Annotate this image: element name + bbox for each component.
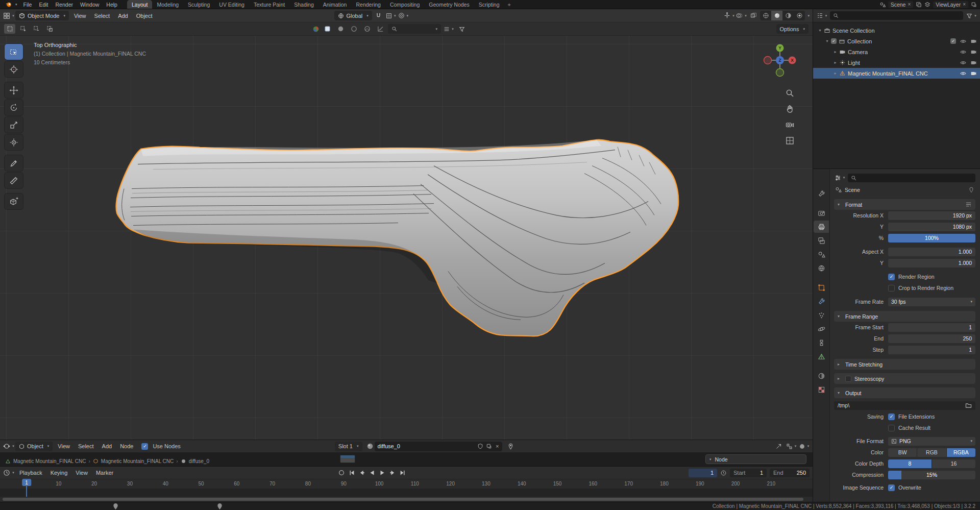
tool-list-dropdown[interactable]: ▾ bbox=[443, 24, 454, 34]
tab-material[interactable] bbox=[814, 370, 829, 382]
hide-eye-icon[interactable] bbox=[960, 38, 967, 44]
transform-orientation-dropdown[interactable]: Global ▾ bbox=[334, 11, 372, 20]
workspace-tab[interactable]: Modeling bbox=[152, 0, 183, 9]
scene-selector[interactable]: Scene × bbox=[888, 1, 914, 8]
jump-to-end-button[interactable] bbox=[399, 469, 406, 476]
material-name-field[interactable]: diffuse_0 × bbox=[375, 442, 502, 451]
timeline-ruler[interactable]: 1102030405060708090100110120130140150160… bbox=[0, 479, 813, 489]
tab-tool[interactable] bbox=[814, 187, 829, 200]
timeline-editor-type-button[interactable]: ▾ bbox=[3, 468, 14, 478]
add-workspace-button[interactable]: + bbox=[504, 0, 514, 9]
topbar-menu[interactable]: Help bbox=[103, 0, 121, 9]
workspace-tab[interactable]: Animation bbox=[318, 0, 352, 9]
folder-icon[interactable] bbox=[965, 403, 972, 408]
unlink-scene-icon[interactable]: × bbox=[908, 2, 911, 7]
current-frame-field[interactable]: 1 bbox=[689, 469, 717, 477]
aspect-x-field[interactable]: 1.000 bbox=[888, 248, 975, 256]
shader-menu[interactable]: Node bbox=[116, 442, 137, 450]
node-sidebar-panel[interactable]: ▾ Node bbox=[705, 454, 806, 464]
filter-button[interactable] bbox=[456, 24, 468, 34]
material-slot-button[interactable] bbox=[322, 24, 333, 34]
snap-toggle[interactable] bbox=[373, 11, 384, 20]
frame-step-field[interactable]: 1 bbox=[888, 346, 975, 354]
topbar-menu[interactable]: Window bbox=[77, 0, 103, 9]
browse-scene-icon[interactable] bbox=[879, 2, 886, 8]
tab-texture[interactable] bbox=[814, 383, 829, 396]
outliner-filter-button[interactable]: ▾ bbox=[966, 11, 977, 20]
next-keyframe-button[interactable] bbox=[389, 469, 396, 476]
properties-editor-type-button[interactable]: ▾ bbox=[834, 173, 845, 183]
timeline-menu[interactable]: Marker bbox=[92, 469, 117, 477]
timeline-scrollbar[interactable] bbox=[0, 497, 813, 502]
disable-render-camera-icon[interactable] bbox=[970, 38, 977, 44]
playhead[interactable]: 1 bbox=[22, 479, 31, 486]
disclosure-icon[interactable]: ▸ bbox=[831, 60, 839, 65]
workspace-tab[interactable]: Layout bbox=[127, 0, 153, 9]
camera-view-icon[interactable] bbox=[786, 120, 794, 129]
workspace-tab[interactable]: Compositing bbox=[385, 0, 424, 9]
tab-particles[interactable] bbox=[814, 309, 829, 321]
tab-constraints[interactable] bbox=[814, 336, 829, 349]
shader-menu[interactable]: Select bbox=[74, 442, 98, 450]
navigation-gizmo[interactable]: Y X Z bbox=[762, 42, 798, 79]
pan-hand-icon[interactable] bbox=[786, 105, 794, 113]
tab-world[interactable] bbox=[814, 262, 829, 274]
depth-8-option[interactable]: 8 bbox=[888, 459, 932, 468]
ortho-grid-icon[interactable] bbox=[786, 136, 794, 145]
tab-object[interactable] bbox=[814, 281, 829, 294]
outliner-row-camera[interactable]: ▸ Camera bbox=[813, 46, 980, 57]
rotate-tool[interactable] bbox=[5, 100, 23, 115]
move-tool[interactable] bbox=[5, 82, 23, 98]
stereoscopy-checkbox[interactable] bbox=[845, 376, 851, 382]
node-overlay-dropdown[interactable]: ▾ bbox=[798, 442, 810, 451]
color-bw-option[interactable]: BW bbox=[888, 448, 917, 457]
use-preview-range-icon[interactable] bbox=[720, 470, 727, 476]
topbar-menu[interactable]: Render bbox=[52, 0, 77, 9]
shader-editor-type-button[interactable]: ▾ bbox=[3, 442, 14, 451]
disclosure-icon[interactable]: ▾ bbox=[816, 28, 824, 33]
shading-dropdown-icon[interactable]: ▾ bbox=[807, 14, 810, 18]
timeline-tracks[interactable] bbox=[0, 489, 813, 497]
viewport-3d-canvas[interactable]: Top Orthographic (1) Collection | Magnet… bbox=[0, 36, 813, 440]
tab-modifiers[interactable] bbox=[814, 295, 829, 307]
panel-frame-range-header[interactable]: ▾ Frame Range bbox=[834, 311, 975, 322]
cursor-tool[interactable] bbox=[5, 61, 23, 77]
panel-format-header[interactable]: ▾ Format bbox=[834, 199, 975, 210]
resolution-percent-slider[interactable]: 100% bbox=[888, 234, 975, 242]
shader-type-selector[interactable]: Object ▾ bbox=[15, 442, 53, 451]
zoom-region-button[interactable] bbox=[773, 442, 784, 451]
show-gizmo-dropdown[interactable]: ▾ bbox=[723, 11, 734, 20]
workspace-tab[interactable]: Rendering bbox=[351, 0, 385, 9]
select-mode-subtract-button[interactable] bbox=[31, 24, 42, 34]
outliner-row-magnetic-mountain[interactable]: ▸ Magnetic Mountain_FINAL CNC bbox=[813, 68, 980, 79]
copy-material-icon[interactable] bbox=[486, 443, 492, 449]
new-scene-icon[interactable] bbox=[916, 2, 922, 8]
falloff-curve-button[interactable] bbox=[375, 24, 386, 34]
panel-stereoscopy-header[interactable]: ▸ Stereoscopy bbox=[834, 373, 975, 384]
tab-view-layer[interactable] bbox=[814, 234, 829, 247]
format-presets-icon[interactable] bbox=[965, 202, 972, 207]
outliner-editor-type-button[interactable]: ▾ bbox=[816, 11, 827, 20]
texture-slot-icon[interactable] bbox=[312, 26, 320, 33]
file-format-dropdown[interactable]: PNG▾ bbox=[888, 437, 975, 446]
select-mode-extend-button[interactable] bbox=[17, 24, 29, 34]
brush-sphere-3-button[interactable] bbox=[361, 24, 373, 34]
tab-scene[interactable] bbox=[814, 248, 829, 260]
proportional-editing-dropdown[interactable]: ▾ bbox=[398, 11, 409, 20]
select-box-tool[interactable] bbox=[5, 44, 23, 60]
shading-wireframe-button[interactable] bbox=[760, 11, 771, 20]
xray-toggle[interactable] bbox=[748, 11, 759, 20]
disclosure-icon[interactable]: ▸ bbox=[831, 50, 839, 54]
frame-start-prop-field[interactable]: 1 bbox=[888, 323, 975, 332]
frame-rate-dropdown[interactable]: 30 fps▾ bbox=[888, 298, 975, 306]
disclosure-icon[interactable]: ▾ bbox=[823, 39, 831, 43]
shading-material-button[interactable] bbox=[782, 11, 794, 20]
cnc-model[interactable] bbox=[0, 36, 813, 440]
pin-icon[interactable] bbox=[968, 187, 974, 193]
tool-search-dropdown[interactable]: ▾ bbox=[388, 24, 441, 34]
shader-menu[interactable]: View bbox=[54, 442, 74, 450]
timeline-menu[interactable]: Playback bbox=[15, 469, 46, 477]
measure-tool[interactable] bbox=[5, 173, 23, 188]
panel-time-stretching-header[interactable]: ▸ Time Stretching bbox=[834, 359, 975, 370]
node-snap-dropdown[interactable]: ▾ bbox=[786, 442, 797, 451]
